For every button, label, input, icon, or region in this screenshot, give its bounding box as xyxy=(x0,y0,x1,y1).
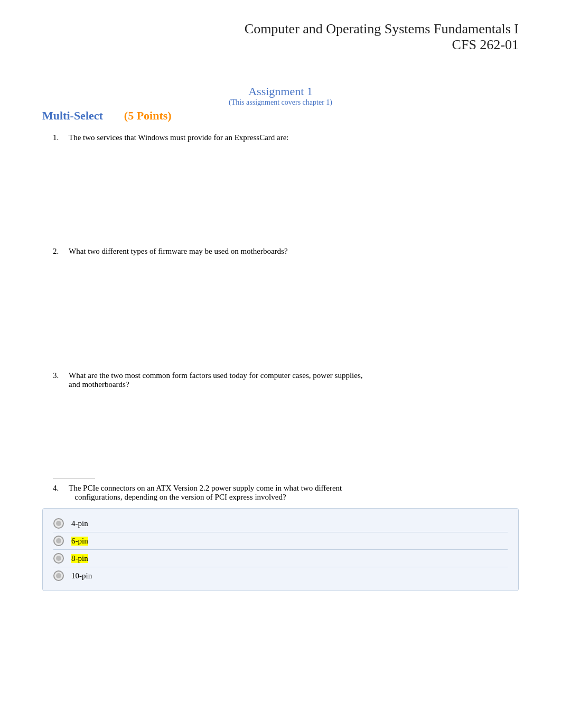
header-title: Computer and Operating Systems Fundament… xyxy=(42,21,519,37)
option-6-pin[interactable]: 6-pin xyxy=(53,532,508,549)
question-3: 3. What are the two most common form fac… xyxy=(42,371,519,389)
header: Computer and Operating Systems Fundament… xyxy=(42,21,519,53)
option-10-pin[interactable]: 10-pin xyxy=(53,567,508,584)
option-label-10-pin: 10-pin xyxy=(71,572,92,580)
option-label-8-pin: 8-pin xyxy=(71,554,88,563)
radio-inner-6-pin xyxy=(56,538,61,543)
question-2-number: 2. xyxy=(53,247,69,256)
assignment-subtitle: (This assignment covers chapter 1) xyxy=(42,98,519,107)
question-3-number: 3. xyxy=(53,371,69,389)
radio-8-pin[interactable] xyxy=(53,553,64,564)
option-8-pin[interactable]: 8-pin xyxy=(53,550,508,567)
question-3-block: 3. What are the two most common form fac… xyxy=(42,371,519,473)
options-area: 4-pin 6-pin 8-pin xyxy=(42,508,519,591)
option-label-6-pin: 6-pin xyxy=(71,537,88,546)
question-4-block: 4. The PCIe connectors on an ATX Version… xyxy=(42,484,519,591)
question-4-number: 4. xyxy=(53,484,69,502)
question-4: 4. The PCIe connectors on an ATX Version… xyxy=(42,484,519,502)
assignment-title: Assignment 1 xyxy=(42,85,519,98)
radio-inner-8-pin xyxy=(56,556,61,561)
section-type: Multi-Select xyxy=(42,109,103,123)
page: Computer and Operating Systems Fundament… xyxy=(0,0,561,728)
assignment-title-section: Assignment 1 (This assignment covers cha… xyxy=(42,85,519,107)
radio-10-pin[interactable] xyxy=(53,570,64,581)
radio-inner-4-pin xyxy=(56,521,61,526)
question-2-text: What two different types of firmware may… xyxy=(69,247,519,256)
section-points: (5 Points) xyxy=(124,109,172,123)
question-3-text: What are the two most common form factor… xyxy=(69,371,519,389)
question-2-answer-space xyxy=(42,260,519,366)
question-2-block: 2. What two different types of firmware … xyxy=(42,247,519,366)
section-header: Multi-Select (5 Points) xyxy=(42,109,519,123)
question-1-answer-space xyxy=(42,146,519,242)
question-1-text: The two services that Windows must provi… xyxy=(69,133,519,142)
header-subtitle: CFS 262-01 xyxy=(42,37,519,53)
question-2: 2. What two different types of firmware … xyxy=(42,247,519,256)
radio-inner-10-pin xyxy=(56,573,61,578)
radio-4-pin[interactable] xyxy=(53,518,64,529)
radio-6-pin[interactable] xyxy=(53,536,64,546)
option-label-4-pin: 4-pin xyxy=(71,519,88,528)
question-1-number: 1. xyxy=(53,133,69,142)
question-4-text: The PCIe connectors on an ATX Version 2.… xyxy=(69,484,519,502)
question-1-block: 1. The two services that Windows must pr… xyxy=(42,133,519,242)
question-1: 1. The two services that Windows must pr… xyxy=(42,133,519,142)
section-divider xyxy=(53,478,95,478)
question-3-answer-space xyxy=(42,393,519,473)
option-4-pin[interactable]: 4-pin xyxy=(53,515,508,532)
